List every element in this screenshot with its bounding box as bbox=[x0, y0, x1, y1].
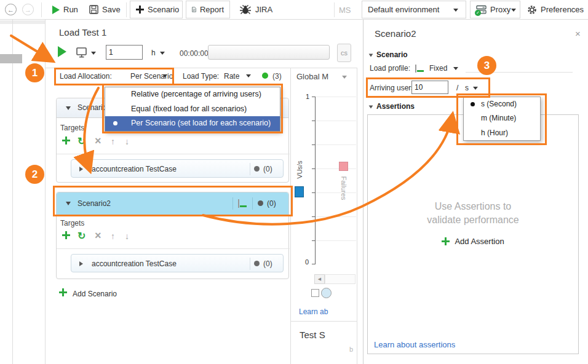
testcase-row[interactable]: accountcreation TestCase (0) bbox=[71, 159, 284, 178]
expand-icon[interactable] bbox=[79, 261, 83, 266]
add-assertion-button[interactable]: Add Assertion bbox=[368, 237, 578, 246]
testcase-row[interactable]: accountcreation TestCase (0) bbox=[71, 254, 284, 272]
chevron-down-icon[interactable] bbox=[473, 87, 478, 90]
collapsed-panel-handle[interactable] bbox=[0, 54, 22, 63]
chevron-down-icon[interactable] bbox=[160, 52, 165, 55]
testcase-name: accountcreation TestCase bbox=[92, 165, 177, 173]
delete-icon[interactable]: × bbox=[95, 136, 101, 146]
add-scenario-label[interactable]: Add Scenario bbox=[73, 290, 117, 298]
scenario-inspector-panel: Scenario2 × Scenario Load profile: Fixed… bbox=[363, 20, 588, 364]
left-strip-divider bbox=[12, 20, 13, 364]
menu-item-per-scenario[interactable]: Per Scenario (set load for each scenario… bbox=[105, 116, 280, 131]
gridline bbox=[316, 240, 356, 241]
scrollbar-track[interactable] bbox=[325, 274, 356, 284]
add-scenario-toolbar-button[interactable]: Scenario bbox=[130, 1, 183, 18]
axis-tick bbox=[312, 264, 315, 264]
test-statistics-title: Test S bbox=[300, 330, 325, 340]
scenario2-name: Scenario2 bbox=[77, 199, 111, 208]
back-button[interactable]: ← bbox=[5, 4, 17, 15]
vus-legend-swatch[interactable] bbox=[295, 186, 304, 197]
collapse-icon[interactable] bbox=[66, 202, 71, 205]
load-profile-label: Load profile: bbox=[370, 64, 410, 73]
arriving-users-input[interactable] bbox=[411, 81, 448, 94]
chevron-down-icon bbox=[453, 9, 458, 12]
section-collapse-icon[interactable] bbox=[369, 53, 373, 57]
add-target-icon[interactable] bbox=[62, 231, 70, 241]
chart-checkbox[interactable] bbox=[311, 289, 319, 297]
gridline bbox=[316, 192, 356, 193]
report-button[interactable]: Report bbox=[186, 1, 230, 18]
add-target-icon[interactable] bbox=[62, 136, 70, 146]
failures-legend-swatch[interactable] bbox=[339, 162, 348, 171]
unit-item-minute[interactable]: m (Minute) bbox=[464, 111, 540, 125]
scenario2-count: (0) bbox=[267, 199, 276, 208]
add-scenario-icon[interactable] bbox=[59, 288, 68, 299]
close-icon[interactable]: × bbox=[575, 28, 581, 39]
vus-axis-label: VUs/s bbox=[296, 151, 303, 188]
run-button[interactable]: Run bbox=[47, 0, 84, 19]
scenario2-header[interactable]: Scenario2 (0) bbox=[57, 192, 288, 215]
assertions-section-header[interactable]: Assertions bbox=[376, 102, 415, 111]
status-dot bbox=[254, 261, 260, 266]
row-separator bbox=[252, 197, 253, 210]
status-dot-green bbox=[262, 73, 268, 79]
save-button[interactable]: Save bbox=[84, 0, 126, 19]
forward-button[interactable]: → bbox=[22, 4, 34, 15]
refresh-icon[interactable]: ↻ bbox=[77, 231, 85, 241]
assertions-empty-line1: Use Assertions to bbox=[368, 201, 578, 212]
scenario-section-header[interactable]: Scenario bbox=[376, 50, 408, 59]
chevron-down-icon[interactable] bbox=[453, 67, 458, 70]
y-axis-min-label: 0 bbox=[305, 258, 309, 266]
unit-item-second[interactable]: s (Second) bbox=[464, 97, 540, 111]
selected-bullet-icon bbox=[113, 121, 117, 125]
refresh-icon[interactable]: ↻ bbox=[77, 136, 85, 146]
move-down-icon[interactable]: ↓ bbox=[125, 231, 129, 241]
scenario2-group: Scenario2 (0) Targets ↻ × ↑ ↓ accountcre… bbox=[56, 192, 289, 279]
collapse-icon[interactable] bbox=[66, 106, 71, 110]
rate-units-menu: s (Second) m (Minute) h (Hour) bbox=[463, 97, 541, 141]
jira-button[interactable]: JIRA bbox=[234, 0, 278, 19]
global-metrics-title: Global M bbox=[296, 72, 328, 81]
chart-radio-circle[interactable] bbox=[321, 288, 332, 298]
rate-unit-value[interactable]: s bbox=[465, 84, 469, 92]
section-collapse-icon[interactable] bbox=[369, 105, 373, 108]
plus-icon bbox=[442, 237, 450, 245]
duration-unit-label[interactable]: h bbox=[151, 49, 156, 57]
delete-icon[interactable]: × bbox=[95, 231, 101, 240]
step-badge-3: 3 bbox=[477, 56, 496, 75]
learn-assertions-link[interactable]: Learn about assertions bbox=[374, 340, 455, 349]
learn-metrics-link[interactable]: Learn ab bbox=[299, 307, 328, 316]
preferences-button[interactable]: Preferences bbox=[522, 0, 588, 19]
duration-input[interactable] bbox=[106, 45, 143, 60]
load-profile-value[interactable]: Fixed bbox=[429, 64, 447, 73]
proxy-button[interactable]: ✓ Proxy bbox=[470, 1, 520, 18]
menu-item-equal[interactable]: Equal (fixed load for all scenarios) bbox=[105, 102, 280, 117]
move-up-icon[interactable]: ↑ bbox=[111, 136, 115, 146]
run-label: Run bbox=[63, 5, 78, 14]
unit-item-hour[interactable]: h (Hour) bbox=[464, 126, 540, 140]
timer-value: 00:00:00 bbox=[180, 49, 209, 58]
axis-tick bbox=[312, 240, 315, 241]
failures-tab-label[interactable]: Failures bbox=[340, 173, 348, 204]
targets-divider bbox=[57, 154, 290, 154]
scroll-left-button[interactable]: ◀ bbox=[314, 274, 325, 284]
main-panel-left-border bbox=[45, 20, 46, 364]
move-down-icon[interactable]: ↓ bbox=[125, 136, 129, 146]
agent-monitor-icon[interactable] bbox=[76, 47, 89, 60]
environment-value: Default environment bbox=[368, 5, 439, 14]
move-up-icon[interactable]: ↑ bbox=[111, 231, 115, 241]
chevron-down-icon[interactable] bbox=[91, 52, 96, 55]
chevron-down-icon[interactable] bbox=[246, 74, 251, 77]
run-loadtest-icon[interactable] bbox=[58, 46, 66, 57]
axis-tick bbox=[312, 192, 315, 193]
expand-icon[interactable] bbox=[79, 167, 83, 172]
environment-select[interactable]: Default environment bbox=[362, 1, 466, 18]
chevron-down-icon[interactable] bbox=[342, 76, 347, 79]
chevron-down-icon[interactable] bbox=[162, 74, 167, 77]
load-profile-chart-icon[interactable] bbox=[238, 199, 248, 208]
menu-item-relative[interactable]: Relative (percentage of arriving users) bbox=[105, 87, 280, 102]
statistics-tab-partial[interactable]: cs bbox=[337, 44, 351, 62]
load-type-value[interactable]: Rate bbox=[224, 72, 239, 81]
toolbar-separator bbox=[334, 2, 335, 17]
menu-item-label: Equal (fixed load for all scenarios) bbox=[131, 105, 247, 113]
